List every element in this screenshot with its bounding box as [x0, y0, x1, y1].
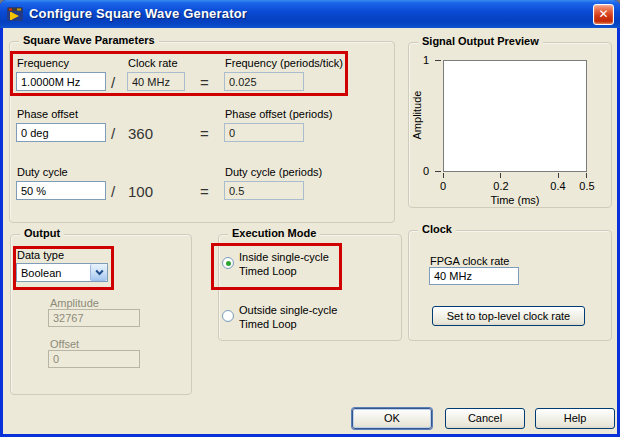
help-button[interactable]: Help [535, 408, 615, 429]
duty-cycle-periods-label: Duty cycle (periods) [225, 166, 322, 178]
x-tick-label: 0.4 [550, 180, 565, 192]
duty-cycle-periods-field [224, 181, 304, 200]
amplitude-field [48, 309, 140, 327]
offset-label: Offset [50, 338, 79, 350]
x-axis-label: Time (ms) [465, 194, 565, 206]
x-tickmark [500, 173, 501, 178]
amplitude-label: Amplitude [50, 297, 99, 309]
offset-field [48, 350, 140, 368]
duty-cycle-input[interactable] [16, 181, 106, 200]
dialog-body: Square Wave Parameters Frequency / Clock… [3, 28, 617, 434]
x-tickmark [586, 173, 587, 178]
divide-operator: / [111, 183, 115, 200]
x-tick-label: 0 [440, 180, 446, 192]
ok-button[interactable]: OK [352, 408, 432, 429]
group-title: Clock [418, 223, 456, 235]
close-button[interactable]: ✕ [593, 4, 614, 25]
highlight-frequency-row [10, 51, 348, 96]
phase-offset-periods-field [224, 123, 304, 142]
equals-sign: = [200, 183, 209, 200]
dialog-window: Configure Square Wave Generator ✕ Square… [0, 0, 620, 437]
highlight-data-type [13, 246, 114, 290]
radio-label-line[interactable]: Timed Loop [239, 317, 297, 331]
group-title: Square Wave Parameters [19, 34, 159, 46]
x-tick-label: 0.2 [493, 180, 508, 192]
fpga-clock-rate-label: FPGA clock rate [430, 255, 509, 267]
duty-divisor-value: 100 [128, 183, 153, 200]
set-top-level-clock-rate-button[interactable]: Set to top-level clock rate [432, 306, 585, 326]
labview-app-icon [7, 6, 23, 22]
y-axis-label: Amplitude [411, 80, 423, 150]
preview-plot-area [443, 60, 587, 172]
phase-offset-input[interactable] [16, 123, 106, 142]
phase-offset-periods-label: Phase offset (periods) [225, 108, 332, 120]
window-title: Configure Square Wave Generator [29, 6, 247, 21]
y-tickmark [435, 171, 441, 172]
equals-sign: = [200, 125, 209, 142]
group-title: Signal Output Preview [418, 35, 543, 47]
x-tick-label: 0.5 [579, 180, 594, 192]
phase-offset-label: Phase offset [17, 108, 78, 120]
fpga-clock-rate-input[interactable] [429, 267, 519, 285]
title-bar[interactable]: Configure Square Wave Generator ✕ [0, 0, 620, 28]
group-title: Execution Mode [228, 227, 320, 239]
x-tickmark [443, 173, 444, 178]
x-tickmark [558, 173, 559, 178]
divide-operator: / [111, 125, 115, 142]
y-tick-label: 1 [423, 54, 429, 66]
radio-outside-single-cycle[interactable] [222, 310, 234, 322]
y-tick-label: 0 [423, 165, 429, 177]
group-title: Output [20, 227, 64, 239]
radio-label-line[interactable]: Outside single-cycle [239, 303, 337, 317]
highlight-execution-mode [211, 243, 342, 290]
cancel-button[interactable]: Cancel [445, 408, 525, 429]
duty-cycle-label: Duty cycle [17, 166, 68, 178]
y-tickmark [435, 60, 441, 61]
phase-divisor-value: 360 [128, 125, 153, 142]
